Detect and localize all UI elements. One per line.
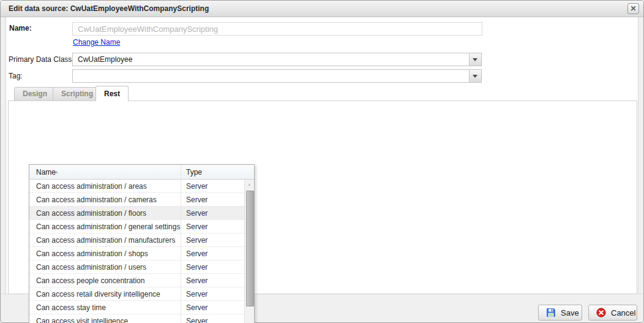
rule-type: Server bbox=[186, 209, 208, 218]
rule-type: Server bbox=[186, 222, 208, 231]
rule-type: Server bbox=[186, 249, 208, 258]
rule-type: Server bbox=[186, 196, 208, 204]
dropdown-header-row: Name ▲ Type bbox=[29, 165, 254, 180]
close-icon[interactable]: ✕ bbox=[627, 3, 639, 14]
rule-name: Can access administration / areas bbox=[36, 182, 147, 191]
edit-data-source-dialog: Edit data source: CwUatEmployeeWithCompa… bbox=[0, 0, 644, 323]
rule-name: Can access stay time bbox=[36, 303, 106, 312]
rule-name: Can access administration / users bbox=[36, 263, 146, 272]
rule-name: Can access people concentration bbox=[36, 276, 144, 285]
rule-type: Server bbox=[186, 276, 208, 285]
list-item[interactable]: Can access people concentration Server bbox=[29, 274, 245, 287]
tab-scripting[interactable]: Scripting bbox=[53, 87, 102, 101]
primary-data-class-dropdown-button[interactable] bbox=[469, 53, 481, 66]
tab-rest[interactable]: Rest bbox=[95, 86, 129, 101]
scrollbar-thumb[interactable] bbox=[246, 191, 254, 306]
list-item[interactable]: Can access administration / floors Serve… bbox=[29, 207, 245, 220]
list-item[interactable]: Can access stay time Server bbox=[29, 301, 245, 314]
tag-select[interactable] bbox=[72, 69, 482, 83]
dropdown-header-type[interactable]: Type bbox=[186, 168, 202, 177]
list-item[interactable]: Can access administration / shops Server bbox=[29, 247, 245, 260]
cancel-button-label: Cancel bbox=[611, 308, 635, 317]
list-item[interactable]: Can access administration / areas Server bbox=[29, 180, 245, 193]
list-item[interactable]: Can access administration / general sett… bbox=[29, 220, 245, 234]
list-item[interactable]: Can access administration / users Server bbox=[29, 260, 245, 274]
dialog-title: Edit data source: CwUatEmployeeWithCompa… bbox=[9, 4, 209, 13]
tag-label: Tag: bbox=[9, 72, 23, 80]
rule-name: Can access administration / manufacturer… bbox=[36, 236, 175, 245]
list-item[interactable]: Can access administration / manufacturer… bbox=[29, 234, 245, 247]
rule-type: Server bbox=[186, 263, 208, 272]
rule-name: Can access visit intelligence bbox=[36, 317, 128, 323]
save-floppy-icon bbox=[546, 308, 556, 317]
list-item[interactable]: Can access administration / cameras Serv… bbox=[29, 193, 245, 207]
rule-name: Can access administration / general sett… bbox=[36, 222, 180, 231]
dropdown-rows: Can access administration / areas Server… bbox=[29, 180, 245, 323]
dropdown-header-name[interactable]: Name bbox=[36, 168, 56, 177]
scroll-up-icon[interactable]: ▲ bbox=[245, 182, 254, 186]
rule-type: Server bbox=[186, 303, 208, 312]
chevron-down-icon bbox=[473, 58, 477, 61]
change-name-link[interactable]: Change Name bbox=[73, 38, 120, 47]
rule-type: Server bbox=[186, 182, 208, 191]
name-field[interactable] bbox=[72, 22, 482, 36]
rule-name: Can access administration / shops bbox=[36, 249, 148, 258]
dialog-titlebar: Edit data source: CwUatEmployeeWithCompa… bbox=[1, 1, 643, 17]
tab-design[interactable]: Design bbox=[14, 87, 56, 101]
save-button[interactable]: Save bbox=[538, 305, 582, 321]
primary-data-class-label: Primary Data Class: bbox=[9, 55, 74, 64]
server-rule-dropdown-list: Name ▲ Type Can access administration / … bbox=[29, 164, 255, 323]
rule-name: Can access administration / cameras bbox=[36, 196, 157, 204]
list-item[interactable]: Can access visit intelligence Server bbox=[29, 314, 245, 323]
primary-data-class-value: CwUatEmployee bbox=[78, 53, 132, 66]
cancel-x-icon bbox=[596, 308, 606, 317]
rule-name: Can access administration / floors bbox=[36, 209, 146, 218]
cancel-button[interactable]: Cancel bbox=[588, 305, 637, 321]
save-button-label: Save bbox=[561, 308, 579, 317]
dropdown-column-divider bbox=[181, 165, 181, 323]
rule-type: Server bbox=[186, 317, 208, 323]
chevron-down-icon bbox=[473, 75, 477, 78]
dropdown-scrollbar[interactable]: ▲ bbox=[244, 180, 254, 323]
list-item[interactable]: Can access retail diversity intelligence… bbox=[29, 287, 245, 301]
rule-type: Server bbox=[186, 236, 208, 245]
sort-ascending-icon: ▲ bbox=[54, 169, 59, 175]
tag-dropdown-button[interactable] bbox=[469, 70, 481, 82]
rule-name: Can access retail diversity intelligence bbox=[36, 290, 160, 298]
primary-data-class-select[interactable]: CwUatEmployee bbox=[72, 53, 482, 66]
rule-type: Server bbox=[186, 290, 208, 298]
name-label: Name: bbox=[9, 24, 32, 32]
